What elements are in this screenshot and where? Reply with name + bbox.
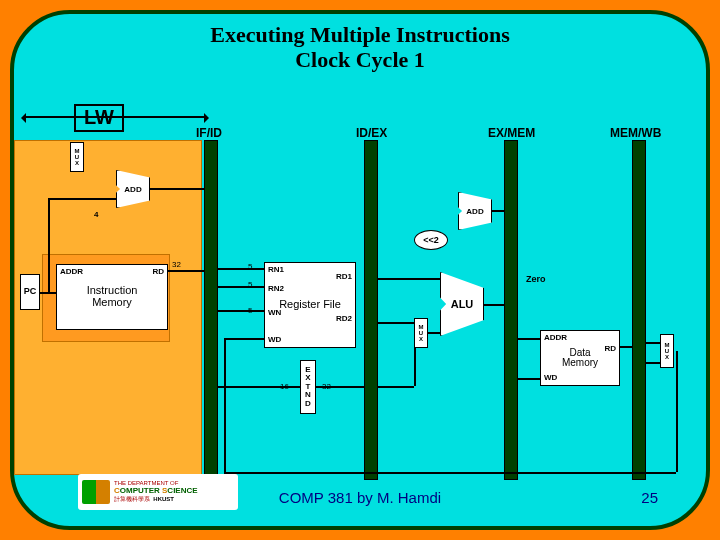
sign-extend: E X T N D xyxy=(300,360,316,414)
alu: ALU xyxy=(440,272,484,336)
mux-wb: MUX xyxy=(660,334,674,368)
page-title: Executing Multiple Instructions Clock Cy… xyxy=(14,22,706,73)
stage-span-label: LW xyxy=(74,104,124,132)
pc-block: PC xyxy=(20,274,40,310)
pipe-reg-memwb-label: MEM/WB xyxy=(610,126,661,140)
register-file: RN1 RN2 WN WD RD1 RD2 Register File xyxy=(264,262,356,348)
zero-label: Zero xyxy=(526,274,546,284)
bus-width-5a: 5 xyxy=(248,262,252,271)
mux-pc: MUX xyxy=(70,142,84,172)
shift-left-2: <<2 xyxy=(414,230,448,250)
pipe-reg-memwb xyxy=(632,140,646,480)
bus-width-rd32: 32 xyxy=(172,260,181,269)
pipe-reg-idex xyxy=(364,140,378,480)
pipe-reg-idex-label: ID/EX xyxy=(356,126,387,140)
page-number: 25 xyxy=(641,489,658,506)
pipe-reg-exmem-label: EX/MEM xyxy=(488,126,535,140)
footer-center: COMP 381 by M. Hamdi xyxy=(14,489,706,506)
const-4: 4 xyxy=(94,210,98,219)
mux-alu-b: MUX xyxy=(414,318,428,348)
adder-branch: ADD xyxy=(458,192,492,230)
pipe-reg-exmem xyxy=(504,140,518,480)
instruction-memory: ADDR RD Instruction Memory xyxy=(56,264,168,330)
pipe-reg-ifid xyxy=(204,140,218,480)
pipe-reg-ifid-label: IF/ID xyxy=(196,126,222,140)
bus-width-5b: 5 xyxy=(248,280,252,289)
data-memory: ADDR RD WD Data Memory xyxy=(540,330,620,386)
pipeline-diagram: IF/ID ID/EX EX/MEM MEM/WB PC MUX ADD 4 A… xyxy=(14,134,710,504)
